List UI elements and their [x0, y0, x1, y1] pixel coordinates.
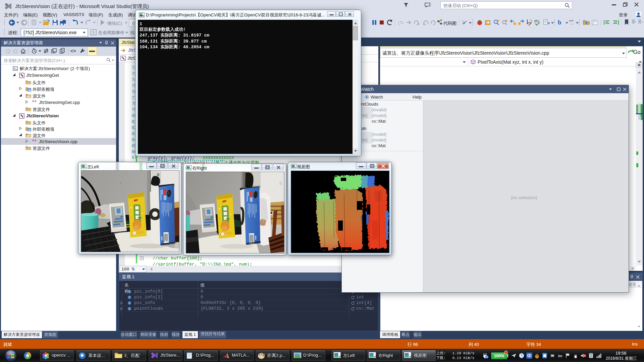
svg-text:Do: Do [558, 354, 562, 358]
svg-text:“”: “” [569, 19, 574, 24]
svg-text:b: b [558, 19, 561, 26]
svg-text:{↻}: {↻} [397, 20, 404, 25]
svg-text:abc: abc [534, 19, 539, 23]
